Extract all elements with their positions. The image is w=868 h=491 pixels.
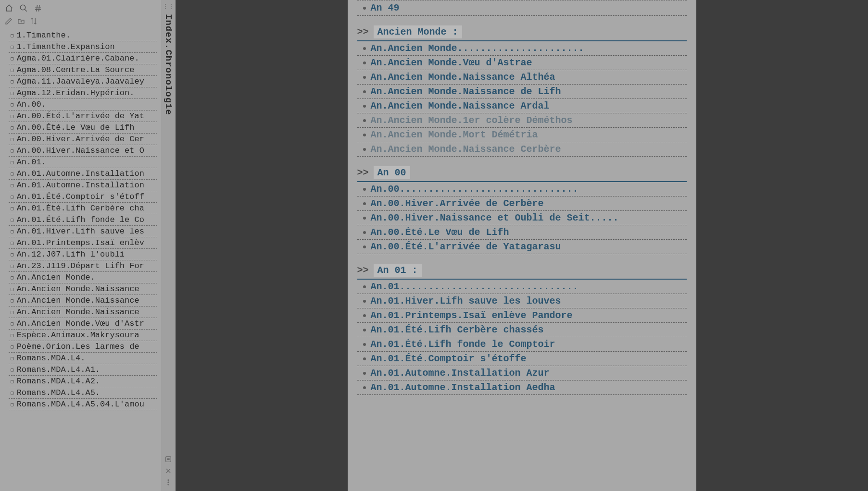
sidebar-file-item[interactable]: ▢An.Ancien Monde.Naissance — [9, 283, 157, 295]
hash-icon[interactable] — [34, 4, 42, 12]
entry-link[interactable]: An.01............................... — [371, 281, 579, 292]
list-item[interactable]: An.Ancien Monde.Naissance Althéa — [357, 70, 687, 85]
entry-link[interactable]: An.01.Printemps.Isaï enlève Pandore — [371, 310, 573, 321]
list-item[interactable]: An.00.Été.L'arrivée de Yatagarasu — [357, 240, 687, 254]
section-title[interactable]: An 00 — [374, 166, 410, 179]
file-label: Agma.12.Eridan.Hypérion. — [17, 88, 135, 98]
sidebar-file-item[interactable]: ▢Agma.08.Centre.La Source — [9, 64, 157, 76]
bullet-icon — [363, 134, 366, 136]
sidebar-file-item[interactable]: ▢Romans.MDA.L4.A2. — [9, 376, 157, 387]
list-item[interactable]: An.01.Été.Lifh Cerbère chassés — [357, 323, 687, 337]
sidebar-file-item[interactable]: ▢An.Ancien Monde.Vœu d'Astr — [9, 318, 157, 330]
list-item[interactable]: An.Ancien Monde.1er colère Déméthos — [357, 113, 687, 128]
entry-link[interactable]: An.Ancien Monde.Naissance Ardal — [371, 100, 550, 111]
entry-link[interactable]: An.01.Hiver.Lifh sauve les louves — [371, 295, 561, 307]
note-icon[interactable] — [164, 455, 172, 463]
entry-link[interactable]: An.00.Été.Le Vœu de Lifh — [371, 227, 509, 238]
entry-link[interactable]: An.00.Été.L'arrivée de Yatagarasu — [371, 241, 561, 252]
sidebar-file-item[interactable]: ▢An.01.Hiver.Lifh sauve les — [9, 226, 157, 237]
sidebar-file-item[interactable]: ▢Agma.01.Clairière.Cabane. — [9, 53, 157, 64]
list-item[interactable]: An.01............................... — [357, 280, 687, 294]
entry-link[interactable]: An.01.Été.Lifh Cerbère chassés — [371, 324, 544, 335]
sidebar-file-item[interactable]: ▢Espèce.Animaux.Makrysoura — [9, 330, 157, 341]
tab-title[interactable]: Index.Chronologie — [163, 14, 174, 115]
home-icon[interactable] — [5, 4, 13, 12]
entry-link[interactable]: An.Ancien Monde.1er colère Déméthos — [371, 115, 573, 126]
sidebar-file-item[interactable]: ▢Agma.12.Eridan.Hypérion. — [9, 87, 157, 99]
folder-add-icon[interactable] — [17, 17, 25, 25]
more-icon[interactable] — [164, 479, 172, 486]
entry-link[interactable]: An.01.Été.Lifh fonde le Comptoir — [371, 339, 555, 350]
sidebar-file-item[interactable]: ▢An.00.Hiver.Naissance et O — [9, 145, 157, 157]
sidebar-file-item[interactable]: ▢An.00.Été.L'arrivée de Yat — [9, 110, 157, 122]
sidebar-file-item[interactable]: ▢1.Timanthe.Expansion — [9, 41, 157, 53]
sidebar-file-item[interactable]: ▢Romans.MDA.L4.A1. — [9, 364, 157, 376]
list-item[interactable]: An.Ancien Monde.Vœu d'Astrae — [357, 56, 687, 70]
entry-link[interactable]: An.01.Automne.Installation Azur — [371, 368, 550, 379]
entry-link[interactable]: An.00.Hiver.Arrivée de Cerbère — [371, 198, 544, 209]
sidebar-file-item[interactable]: ▢An.01.Automne.Installation — [9, 180, 157, 191]
sidebar-file-item[interactable]: ▢1.Timanthe. — [9, 30, 157, 41]
sidebar-file-item[interactable]: ▢An.Ancien Monde.Naissance — [9, 295, 157, 307]
section-title[interactable]: An 01 : — [374, 264, 422, 277]
sidebar-file-item[interactable]: ▢An.01.Été.Lifh Cerbère cha — [9, 203, 157, 214]
sidebar-file-item[interactable]: ▢Agma.11.Jaavaleya.Jaavaley — [9, 76, 157, 87]
entry-link[interactable]: An.Ancien Monde...................... — [371, 43, 584, 54]
entry-link[interactable]: An.Ancien Monde.Naissance de Lifh — [371, 86, 561, 97]
list-item[interactable]: An.Ancien Monde...................... — [357, 41, 687, 56]
sidebar-file-item[interactable]: ▢An.Ancien Monde. — [9, 272, 157, 283]
list-item[interactable]: An.01.Printemps.Isaï enlève Pandore — [357, 308, 687, 323]
sidebar-file-item[interactable]: ▢An.00.Hiver.Arrivée de Cer — [9, 134, 157, 145]
file-label: An.00.Hiver.Naissance et O — [17, 146, 144, 155]
entry-link[interactable]: An.00............................... — [371, 184, 579, 195]
entry-link[interactable]: An.01.Été.Comptoir s'étoffe — [371, 353, 527, 364]
list-item[interactable]: An.01.Automne.Installation Azur — [357, 366, 687, 381]
svg-point-0 — [20, 5, 25, 10]
list-item[interactable]: An.Ancien Monde.Mort Démétria — [357, 128, 687, 142]
entry-link[interactable]: An.Ancien Monde.Vœu d'Astrae — [371, 57, 532, 68]
edit-icon[interactable] — [5, 17, 13, 25]
sidebar-file-item[interactable]: ▢An.12.J07.Lifh l'oubli — [9, 249, 157, 260]
drag-handle-icon[interactable]: ⋮⋮ — [163, 3, 174, 10]
sidebar-file-item[interactable]: ▢An.00.Été.Le Vœu de Lifh — [9, 122, 157, 134]
file-label: Espèce.Animaux.Makrysoura — [17, 331, 139, 340]
list-item[interactable]: An.00.Été.Le Vœu de Lifh — [357, 225, 687, 240]
sidebar-file-item[interactable]: ▢An.Ancien Monde.Naissance — [9, 307, 157, 318]
search-icon[interactable] — [19, 4, 28, 12]
sidebar-file-item[interactable]: ▢Romans.MDA.L4. — [9, 353, 157, 364]
sidebar-file-item[interactable]: ▢An.23.J119.Départ Lifh For — [9, 260, 157, 272]
checkbox-icon: ▢ — [11, 55, 14, 61]
bullet-icon — [363, 202, 366, 205]
sidebar-file-item[interactable]: ▢An.01.Automne.Installation — [9, 168, 157, 180]
bullet-icon — [363, 188, 366, 191]
sort-icon[interactable] — [30, 17, 38, 25]
list-item[interactable]: An.00.Hiver.Arrivée de Cerbère — [357, 196, 687, 211]
list-item[interactable]: An.00............................... — [357, 182, 687, 196]
list-item[interactable]: An.01.Automne.Installation Aedha — [357, 381, 687, 395]
sidebar-file-item[interactable]: ▢Poème.Orion.Les larmes de — [9, 341, 157, 353]
sidebar-file-item[interactable]: ▢Romans.MDA.L4.A5.04.L'amou — [9, 399, 157, 410]
entry-link[interactable]: An.Ancien Monde.Mort Démétria — [371, 129, 538, 140]
entry-link[interactable]: An.Ancien Monde.Naissance Cerbère — [371, 144, 561, 155]
section-title[interactable]: Ancien Monde : — [374, 25, 462, 38]
list-item[interactable]: An.01.Hiver.Lifh sauve les louves — [357, 294, 687, 308]
sidebar-file-item[interactable]: ▢An.01.Printemps.Isaï enlèv — [9, 237, 157, 249]
list-item[interactable]: An.Ancien Monde.Naissance de Lifh — [357, 85, 687, 99]
sidebar-file-item[interactable]: ▢An.01. — [9, 157, 157, 168]
sidebar-file-item[interactable]: ▢An.00. — [9, 99, 157, 110]
list-item[interactable]: An 49 — [357, 0, 687, 16]
entry-link[interactable]: An.00.Hiver.Naissance et Oubli de Seit..… — [371, 212, 619, 223]
entry-link[interactable]: An 49 — [371, 2, 400, 13]
sidebar-file-item[interactable]: ▢An.01.Été.Comptoir s'étoff — [9, 191, 157, 203]
sidebar-file-item[interactable]: ▢Romans.MDA.L4.A5. — [9, 387, 157, 399]
list-item[interactable]: An.01.Été.Lifh fonde le Comptoir — [357, 337, 687, 352]
list-item[interactable]: An.01.Été.Comptoir s'étoffe — [357, 352, 687, 366]
entry-link[interactable]: An.Ancien Monde.Naissance Althéa — [371, 72, 555, 83]
file-label: Poème.Orion.Les larmes de — [17, 342, 139, 351]
list-item[interactable]: An.Ancien Monde.Naissance Ardal — [357, 99, 687, 113]
close-icon[interactable] — [164, 467, 172, 475]
list-item[interactable]: An.00.Hiver.Naissance et Oubli de Seit..… — [357, 211, 687, 225]
sidebar-file-item[interactable]: ▢An.01.Été.Lifh fonde le Co — [9, 214, 157, 226]
list-item[interactable]: An.Ancien Monde.Naissance Cerbère — [357, 142, 687, 157]
entry-link[interactable]: An.01.Automne.Installation Aedha — [371, 382, 555, 393]
